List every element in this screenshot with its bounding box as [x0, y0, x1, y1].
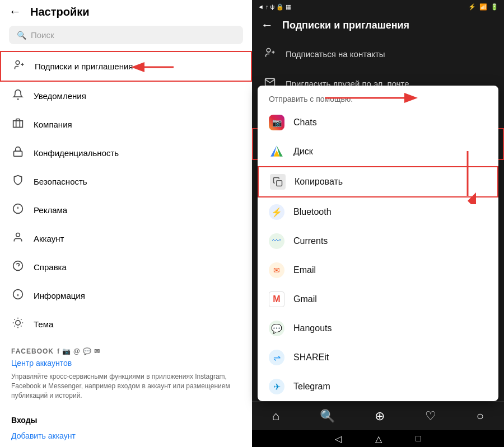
nav-heart-right[interactable]: ♡	[425, 409, 436, 424]
ads-label: Реклама	[34, 205, 67, 215]
svg-rect-6	[14, 151, 22, 156]
share-dialog-title: Отправить с помощью:	[258, 86, 498, 108]
drive-label: Диск	[293, 147, 313, 157]
right-header: ← Подписки и приглашения	[252, 13, 504, 39]
help-label: Справка	[34, 262, 67, 272]
hangouts-icon: 💬	[269, 321, 284, 336]
back-button-right[interactable]: ←	[261, 18, 273, 32]
share-item-shareit[interactable]: ⇌ SHAREit	[258, 343, 498, 372]
left-panel: ← Настройки 🔍 Поиск Подписки и приглашен…	[0, 0, 252, 447]
subscribe-contacts-label: Подписаться на контакты	[286, 49, 385, 59]
menu-item-help[interactable]: Справка	[0, 253, 252, 281]
thread-icon: @	[73, 347, 81, 355]
share-item-hangouts[interactable]: 💬 Hangouts	[258, 314, 498, 343]
android-nav-right: ◁ △ □	[252, 430, 504, 447]
mail-icon: ✉	[94, 347, 100, 355]
ads-icon	[11, 203, 25, 217]
signal-wifi: 📶	[479, 3, 487, 11]
status-navigation: ◄ ↑ ψ 🔒 ▦	[258, 3, 291, 11]
subscribe-contacts-icon	[263, 47, 277, 61]
facebook-icons: f 📷 @ 💬 ✉	[57, 347, 100, 355]
bluetooth-icon: ⚡	[269, 204, 284, 220]
menu-item-privacy[interactable]: Конфиденциальность	[0, 139, 252, 167]
menu-item-company[interactable]: Компания	[0, 110, 252, 139]
nav-profile-right[interactable]: ○	[477, 409, 484, 424]
menu-item-subscriptions[interactable]: Подписки и приглашения	[0, 51, 252, 82]
gmail-label: Gmail	[293, 294, 317, 304]
security-label: Безопасность	[34, 177, 87, 186]
share-item-drive[interactable]: Диск	[258, 137, 498, 166]
subscriptions-label: Подписки и приглашения	[35, 62, 133, 71]
share-item-currents[interactable]: 〰 Currents	[258, 227, 498, 256]
svg-point-10	[16, 233, 20, 237]
svg-point-17	[267, 49, 270, 53]
search-icon: 🔍	[17, 31, 26, 40]
right-header-title: Подписки и приглашения	[282, 20, 409, 31]
share-item-copy[interactable]: Копировать	[258, 166, 498, 197]
android-back-right[interactable]: ◁	[335, 434, 342, 444]
info-label: Информация	[34, 291, 85, 300]
logout-link[interactable]: Выйти	[0, 444, 252, 447]
menu-item-security[interactable]: Безопасность	[0, 167, 252, 196]
battery-icon: 🔋	[491, 3, 498, 11]
subscriptions-icon	[12, 59, 26, 73]
left-header: ← Настройки	[0, 0, 252, 26]
android-recents-right[interactable]: □	[416, 434, 421, 444]
drive-icon	[269, 144, 284, 159]
sub-item-subscribe-contacts[interactable]: Подписаться на контакты	[252, 39, 504, 69]
add-account-link[interactable]: Добавить аккаунт	[0, 428, 252, 444]
gmail-icon: M	[269, 291, 284, 307]
share-item-telegram[interactable]: ✈ Telegram	[258, 372, 498, 401]
account-icon	[11, 232, 25, 246]
theme-label: Тема	[34, 319, 53, 329]
facebook-title: FACEBOOK f 📷 @ 💬 ✉	[11, 347, 241, 355]
account-label: Аккаунт	[34, 234, 64, 243]
company-icon	[11, 117, 25, 131]
telegram-label: Telegram	[293, 382, 330, 392]
menu-item-theme[interactable]: Тема	[0, 310, 252, 338]
svg-point-16	[16, 321, 20, 325]
battery-bolt: ⚡	[468, 3, 476, 11]
email-label: Email	[293, 265, 316, 275]
help-icon	[11, 260, 25, 274]
share-item-gmail[interactable]: M Gmail	[258, 285, 498, 314]
facebook-section: FACEBOOK f 📷 @ 💬 ✉ Центр аккаунтов Управ…	[0, 338, 252, 411]
notifications-label: Уведомления	[34, 91, 86, 101]
menu-item-info[interactable]: Информация	[0, 281, 252, 310]
notifications-icon	[11, 89, 25, 103]
fb-icon: f	[57, 347, 60, 355]
email-icon: ✉	[269, 262, 284, 278]
security-icon	[11, 175, 25, 189]
share-item-chats[interactable]: 📷 Chats	[258, 108, 498, 137]
search-bar[interactable]: 🔍 Поиск	[9, 26, 243, 44]
settings-title: Настройки	[30, 6, 90, 18]
nav-add-right[interactable]: ⊕	[375, 409, 385, 424]
menu-item-notifications[interactable]: Уведомления	[0, 82, 252, 110]
shareit-label: SHAREit	[293, 352, 329, 363]
share-item-email[interactable]: ✉ Email	[258, 256, 498, 285]
logins-title: Входы	[0, 411, 252, 428]
hangouts-label: Hangouts	[293, 323, 332, 333]
centro-link[interactable]: Центр аккаунтов	[11, 359, 241, 368]
privacy-icon	[11, 146, 25, 160]
nav-home-right[interactable]: ⌂	[272, 409, 279, 424]
share-item-bluetooth[interactable]: ⚡ Bluetooth	[258, 197, 498, 227]
currents-label: Currents	[293, 236, 328, 246]
ig-icon: 📷	[62, 347, 71, 355]
bluetooth-label: Bluetooth	[293, 207, 332, 217]
share-dialog: Отправить с помощью: 📷 Chats Диск	[258, 86, 498, 401]
search-placeholder: Поиск	[31, 30, 54, 40]
nav-search-right[interactable]: 🔍	[320, 409, 335, 424]
menu-item-account[interactable]: Аккаунт	[0, 224, 252, 253]
currents-icon: 〰	[269, 233, 284, 249]
svg-rect-5	[13, 121, 23, 128]
menu-item-ads[interactable]: Реклама	[0, 196, 252, 224]
svg-rect-30	[277, 181, 282, 186]
theme-icon	[11, 317, 25, 331]
android-home-right[interactable]: △	[375, 434, 382, 444]
back-button-left[interactable]: ←	[9, 4, 21, 19]
copy-icon	[270, 174, 286, 190]
shareit-icon: ⇌	[269, 350, 284, 365]
chats-icon: 📷	[269, 115, 284, 130]
svg-point-0	[16, 61, 20, 65]
